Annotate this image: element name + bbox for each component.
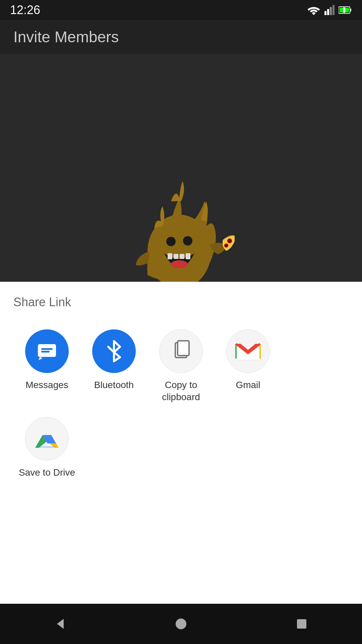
svg-rect-12 — [174, 254, 178, 259]
clipboard-icon-circle — [159, 329, 203, 373]
svg-rect-7 — [343, 7, 345, 13]
share-title: Share Link — [13, 295, 349, 309]
svg-marker-23 — [57, 619, 64, 629]
svg-rect-14 — [186, 253, 190, 259]
share-item-gmail[interactable]: Gmail — [215, 326, 282, 407]
page-title: Invite Members — [13, 28, 119, 46]
drive-icon — [34, 426, 60, 451]
clipboard-icon — [169, 339, 193, 363]
gmail-icon — [235, 341, 261, 361]
drive-label: Save to Drive — [19, 467, 75, 479]
svg-rect-0 — [324, 11, 326, 15]
svg-point-24 — [176, 619, 186, 629]
svg-point-15 — [171, 260, 188, 268]
content-area — [0, 54, 362, 282]
share-item-messages[interactable]: Messages — [13, 326, 80, 407]
svg-rect-11 — [168, 253, 172, 259]
share-item-clipboard[interactable]: Copy to clipboard — [147, 326, 215, 407]
clipboard-label: Copy to clipboard — [151, 379, 211, 404]
nav-bar — [0, 604, 362, 644]
messages-icon — [35, 339, 59, 363]
svg-rect-13 — [180, 254, 184, 259]
svg-rect-22 — [178, 341, 189, 356]
svg-rect-20 — [41, 351, 50, 353]
svg-rect-19 — [41, 348, 53, 350]
messages-label: Messages — [25, 379, 68, 391]
battery-icon — [339, 6, 352, 14]
status-icons — [307, 5, 352, 15]
home-button[interactable] — [168, 610, 194, 637]
recents-button[interactable] — [288, 610, 315, 637]
share-row-1: Messages Bluetooth Co — [13, 326, 349, 407]
share-item-bluetooth[interactable]: Bluetooth — [80, 326, 147, 407]
app-bar: Invite Members — [0, 20, 362, 54]
recents-icon — [296, 618, 308, 630]
svg-rect-1 — [327, 9, 329, 15]
svg-rect-5 — [350, 9, 351, 11]
mascot — [127, 168, 235, 282]
share-row-2: Save to Drive — [13, 414, 349, 482]
svg-point-17 — [224, 244, 228, 248]
svg-rect-25 — [297, 619, 306, 629]
svg-rect-3 — [333, 5, 335, 15]
share-sheet: Share Link Messages — [0, 282, 362, 604]
back-button[interactable] — [47, 610, 74, 637]
share-item-drive[interactable]: Save to Drive — [13, 414, 80, 482]
svg-rect-2 — [330, 7, 332, 15]
gmail-label: Gmail — [236, 379, 260, 391]
svg-rect-18 — [38, 344, 56, 357]
bluetooth-icon-circle — [92, 329, 136, 373]
status-bar: 12:26 — [0, 0, 362, 20]
bluetooth-icon — [105, 339, 123, 363]
share-grid: Messages Bluetooth Co — [13, 326, 349, 489]
wifi-icon — [307, 5, 320, 15]
svg-point-9 — [166, 237, 176, 246]
back-icon — [54, 617, 67, 631]
bluetooth-label: Bluetooth — [94, 379, 134, 391]
svg-point-16 — [227, 238, 232, 243]
signal-icon — [324, 5, 335, 15]
svg-point-10 — [183, 236, 192, 246]
home-icon — [174, 617, 188, 631]
gmail-icon-circle — [226, 329, 270, 373]
messages-icon-circle — [25, 329, 69, 373]
drive-icon-circle — [25, 417, 69, 461]
status-time: 12:26 — [10, 3, 40, 17]
